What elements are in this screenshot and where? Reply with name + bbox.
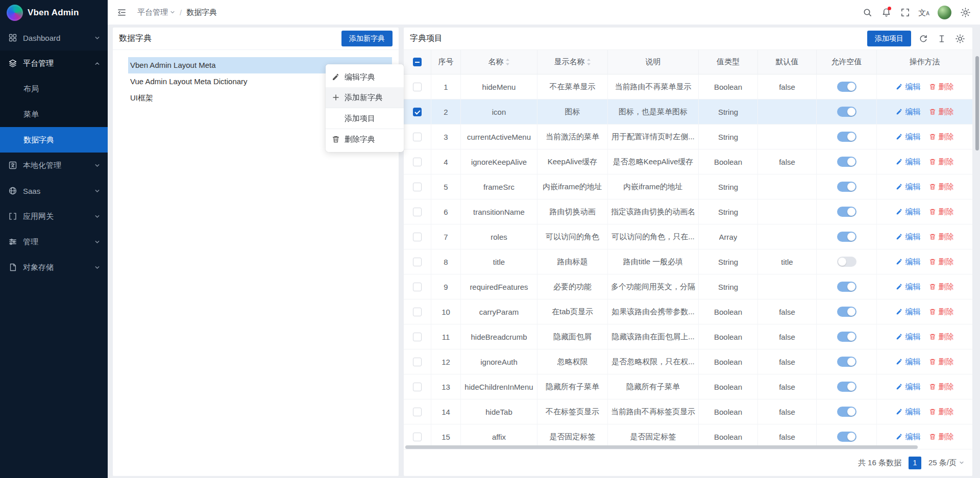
edit-button[interactable]: 编辑 [896, 207, 921, 217]
allow-null-toggle[interactable] [837, 332, 856, 342]
cell-value-type: Boolean [699, 74, 758, 99]
edit-button[interactable]: 编辑 [896, 407, 921, 417]
search-icon[interactable] [860, 5, 875, 20]
breadcrumb-item-platform[interactable]: 平台管理 [137, 8, 175, 17]
allow-null-toggle[interactable] [837, 432, 856, 442]
page-size-select[interactable]: 25 条/页 [928, 458, 964, 468]
sidebar-item-gateway[interactable]: 应用网关 [0, 204, 108, 229]
delete-button[interactable]: 删除 [929, 207, 954, 217]
sidebar-item-object-storage[interactable]: 对象存储 [0, 255, 108, 280]
sidebar-subitem-menu[interactable]: 菜单 [0, 102, 108, 127]
allow-null-toggle[interactable] [837, 82, 856, 92]
allow-null-toggle[interactable] [837, 282, 856, 292]
allow-null-toggle[interactable] [837, 132, 856, 142]
edit-button[interactable]: 编辑 [896, 432, 921, 442]
sidebar-subitem-layout[interactable]: 布局 [0, 76, 108, 102]
context-menu-item[interactable]: 编辑字典 [326, 67, 404, 87]
cell-name: title [461, 249, 537, 274]
row-checkbox[interactable] [413, 358, 422, 366]
pagination-page-1[interactable]: 1 [909, 457, 921, 469]
vertical-scrollbar[interactable] [975, 56, 979, 150]
row-checkbox[interactable] [413, 108, 422, 116]
allow-null-toggle[interactable] [837, 382, 856, 392]
row-checkbox[interactable] [413, 233, 422, 241]
allow-null-toggle[interactable] [837, 207, 856, 217]
edit-button[interactable]: 编辑 [896, 182, 921, 192]
allow-null-toggle[interactable] [837, 182, 856, 192]
row-checkbox[interactable] [413, 183, 422, 191]
column-header-display[interactable]: 显示名称 [537, 50, 608, 74]
select-all-checkbox[interactable] [413, 58, 422, 66]
row-checkbox[interactable] [413, 433, 422, 441]
allow-null-toggle[interactable] [837, 232, 856, 242]
delete-button[interactable]: 删除 [929, 157, 954, 167]
sidebar-collapse-icon[interactable] [114, 5, 129, 20]
edit-button[interactable]: 编辑 [896, 157, 921, 167]
delete-button[interactable]: 删除 [929, 82, 954, 92]
add-dictionary-button[interactable]: 添加新字典 [341, 31, 393, 46]
sidebar-item-localization[interactable]: 本地化管理 [0, 153, 108, 178]
horizontal-scrollbar[interactable] [405, 445, 918, 449]
sort-icon[interactable] [505, 58, 510, 66]
cell-index: 9 [431, 274, 461, 299]
settings-gear-icon[interactable] [958, 5, 973, 20]
row-checkbox[interactable] [413, 333, 422, 341]
delete-button[interactable]: 删除 [929, 282, 954, 292]
edit-button[interactable]: 编辑 [896, 382, 921, 392]
row-checkbox[interactable] [413, 83, 422, 91]
delete-button[interactable]: 删除 [929, 182, 954, 192]
allow-null-toggle[interactable] [837, 257, 856, 267]
sidebar-item-platform[interactable]: 平台管理 [0, 51, 108, 76]
context-menu-item[interactable]: 添加项目 [326, 108, 404, 129]
edit-button[interactable]: 编辑 [896, 332, 921, 342]
logo[interactable]: Vben Admin [0, 0, 108, 25]
row-checkbox[interactable] [413, 408, 422, 416]
edit-button[interactable]: 编辑 [896, 282, 921, 292]
add-item-button[interactable]: 添加项目 [867, 31, 911, 46]
delete-button[interactable]: 删除 [929, 132, 954, 142]
delete-button[interactable]: 删除 [929, 407, 954, 417]
allow-null-toggle[interactable] [837, 307, 856, 317]
allow-null-toggle[interactable] [837, 357, 856, 367]
edit-button[interactable]: 编辑 [896, 82, 921, 92]
delete-button[interactable]: 删除 [929, 107, 954, 117]
delete-button[interactable]: 删除 [929, 232, 954, 242]
sidebar-item-saas[interactable]: Saas [0, 178, 108, 204]
edit-button[interactable]: 编辑 [896, 232, 921, 242]
column-header-name[interactable]: 名称 [461, 50, 537, 74]
delete-button[interactable]: 删除 [929, 332, 954, 342]
edit-button[interactable]: 编辑 [896, 357, 921, 367]
sidebar-subitem-data-dictionary[interactable]: 数据字典 [0, 127, 108, 153]
context-menu-item[interactable]: 删除字典 [326, 129, 404, 149]
sidebar-item-dashboard[interactable]: Dashboard [0, 25, 108, 51]
allow-null-toggle[interactable] [837, 407, 856, 417]
row-checkbox[interactable] [413, 133, 422, 141]
delete-button[interactable]: 删除 [929, 432, 954, 442]
allow-null-toggle[interactable] [837, 157, 856, 167]
row-checkbox[interactable] [413, 383, 422, 391]
edit-button[interactable]: 编辑 [896, 307, 921, 317]
table-settings-icon[interactable] [954, 33, 966, 45]
sort-icon[interactable] [586, 58, 591, 66]
row-checkbox[interactable] [413, 258, 422, 266]
allow-null-toggle[interactable] [837, 107, 856, 117]
language-icon[interactable]: 文A [916, 5, 932, 20]
row-checkbox[interactable] [413, 308, 422, 316]
edit-button[interactable]: 编辑 [896, 132, 921, 142]
notification-icon[interactable] [878, 5, 894, 20]
edit-button[interactable]: 编辑 [896, 107, 921, 117]
context-menu-item[interactable]: 添加新字典 [326, 87, 404, 108]
delete-button[interactable]: 删除 [929, 307, 954, 317]
fullscreen-icon[interactable] [897, 5, 913, 20]
sidebar-item-management[interactable]: 管理 [0, 229, 108, 255]
row-checkbox[interactable] [413, 283, 422, 291]
row-checkbox[interactable] [413, 208, 422, 216]
refresh-icon[interactable] [917, 33, 929, 45]
avatar[interactable] [938, 6, 951, 19]
delete-button[interactable]: 删除 [929, 357, 954, 367]
delete-button[interactable]: 删除 [929, 257, 954, 267]
row-height-icon[interactable] [936, 33, 948, 45]
delete-button[interactable]: 删除 [929, 382, 954, 392]
edit-button[interactable]: 编辑 [896, 257, 921, 267]
row-checkbox[interactable] [413, 158, 422, 166]
